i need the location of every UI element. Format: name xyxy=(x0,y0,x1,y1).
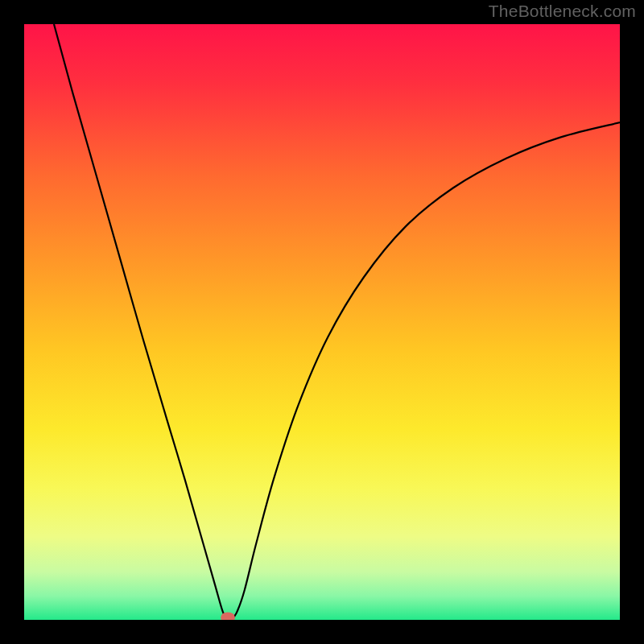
gradient-background xyxy=(24,24,620,620)
plot-area xyxy=(24,24,620,620)
watermark-text: TheBottleneck.com xyxy=(489,2,636,21)
chart-svg xyxy=(24,24,620,620)
chart-frame: TheBottleneck.com xyxy=(0,0,644,644)
